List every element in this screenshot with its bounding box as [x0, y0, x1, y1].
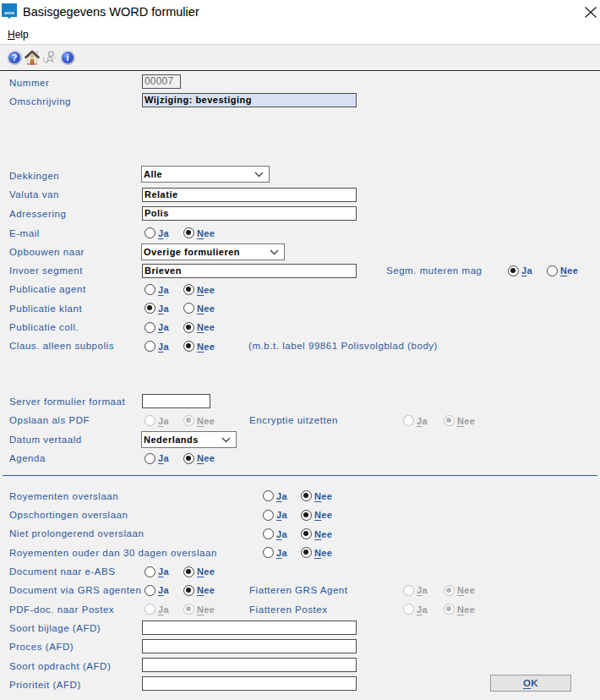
- svg-text:anva: anva: [4, 10, 14, 15]
